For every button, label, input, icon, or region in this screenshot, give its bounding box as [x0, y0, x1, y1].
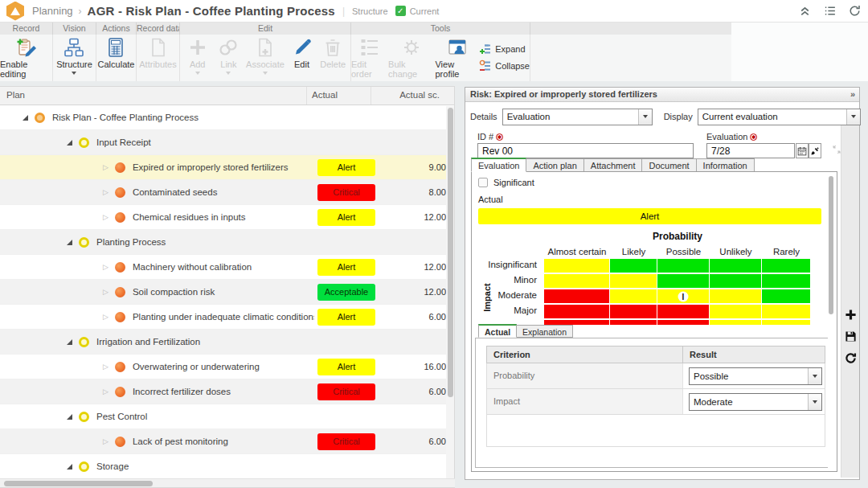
significant-checkbox[interactable] — [478, 178, 488, 187]
status-badge[interactable]: Critical — [317, 433, 375, 450]
tree-row[interactable]: Irrigation and Fertilization — [0, 330, 454, 355]
tree-row[interactable]: ▷Chemical residues in inputsAlert12.00 — [0, 205, 454, 230]
expand-arrow-icon[interactable]: ▷ — [103, 388, 108, 396]
save-icon[interactable] — [845, 330, 857, 342]
structure-button[interactable]: Structure — [56, 37, 92, 75]
status-badge[interactable]: Alert — [317, 359, 375, 375]
edit-button[interactable]: Edit — [289, 37, 316, 69]
calculate-button[interactable]: Calculate — [98, 37, 135, 69]
sub-tab-explanation[interactable]: Explanation — [517, 325, 573, 338]
expand-arrow-icon[interactable]: ▷ — [103, 264, 108, 271]
matrix-cell-green[interactable] — [762, 259, 810, 273]
matrix-cell-green[interactable] — [762, 289, 810, 303]
tree-row[interactable]: Input Receipt — [0, 130, 454, 155]
status-badge[interactable]: Alert — [317, 159, 375, 176]
expand-arrow-icon[interactable]: ▷ — [103, 314, 108, 321]
tree-row[interactable]: ▷Incorrect fertilizer dosesCritical6.00 — [0, 379, 454, 404]
tab-content-scrollbar[interactable] — [828, 174, 834, 470]
matrix-cell-red[interactable] — [544, 305, 609, 318]
status-badge[interactable]: Critical — [317, 383, 375, 400]
breadcrumb-app[interactable]: Planning — [32, 5, 73, 17]
collapse-arrow-icon[interactable] — [67, 240, 72, 245]
collapse-arrow-icon[interactable] — [67, 140, 72, 146]
tab-action-plan[interactable]: Action plan — [526, 158, 583, 172]
matrix-cell-green[interactable] — [657, 259, 709, 273]
expand-arrow-icon[interactable]: ▷ — [103, 289, 108, 296]
matrix-cell-green[interactable] — [762, 274, 810, 288]
matrix-cell-green[interactable] — [710, 259, 761, 273]
sub-tab-actual[interactable]: Actual — [478, 324, 517, 338]
probability-result-select[interactable]: Possible — [689, 367, 822, 385]
matrix-cell-yellow[interactable] — [544, 274, 609, 288]
details-select[interactable]: Evaluation — [502, 109, 653, 125]
status-badge[interactable]: Alert — [317, 209, 375, 226]
id-input[interactable] — [477, 143, 694, 158]
status-badge[interactable]: Critical — [317, 184, 375, 201]
tree-row[interactable]: ▷Expired or improperly stored fertilizer… — [0, 155, 454, 180]
expand-arrow-icon[interactable]: ▷ — [103, 214, 108, 221]
matrix-cell-red[interactable] — [544, 289, 609, 303]
expand-arrow-icon[interactable]: ▷ — [103, 189, 108, 196]
refresh-evaluation-icon[interactable] — [845, 352, 857, 364]
tree-horizontal-scrollbar[interactable] — [0, 478, 455, 487]
tree-row[interactable]: ▷Machinery without calibrationAlert12.00 — [0, 255, 454, 280]
collapse-arrow-icon[interactable] — [67, 464, 72, 470]
menu-list-icon[interactable] — [823, 4, 837, 18]
expand-button[interactable]: Expand — [479, 43, 530, 55]
enable-editing-button[interactable]: Enable editing — [0, 37, 52, 79]
matrix-cell-red[interactable] — [657, 305, 709, 318]
refresh-icon[interactable] — [848, 4, 862, 18]
matrix-cell-red[interactable] — [610, 305, 657, 318]
chevron-down-icon[interactable] — [638, 109, 652, 125]
matrix-cell-yellow[interactable] — [610, 289, 657, 303]
column-header-actual[interactable]: Actual — [306, 87, 371, 105]
add-evaluation-icon[interactable] — [845, 309, 857, 321]
collapse-panel-icon[interactable]: » — [850, 89, 854, 100]
tree-row[interactable]: ▷Overwatering or underwateringAlert16.00 — [0, 355, 454, 379]
app-logo-icon[interactable] — [6, 2, 24, 21]
status-badge[interactable]: Alert — [317, 259, 375, 276]
tree-row[interactable]: ▷Contaminated seedsCritical8.00 — [0, 180, 454, 205]
impact-result-select[interactable]: Moderate — [689, 393, 822, 411]
chevron-down-icon[interactable] — [846, 109, 860, 125]
column-header-actual-score[interactable]: Actual sc. — [371, 87, 446, 105]
collapse-button[interactable]: Collapse — [479, 59, 530, 72]
expand-arrow-icon[interactable]: ▷ — [103, 363, 108, 371]
view-mode-label[interactable]: Structure — [352, 6, 388, 16]
tree-row[interactable]: ▷Soil compaction riskAcceptable12.00 — [0, 280, 454, 305]
collapse-arrow-icon[interactable] — [67, 414, 72, 420]
status-badge[interactable]: Acceptable — [317, 284, 375, 301]
matrix-cell-green[interactable] — [657, 274, 709, 288]
tree-row[interactable]: Risk Plan - Coffee Planting Process — [0, 105, 454, 130]
tree-row[interactable]: Storage — [0, 454, 454, 479]
matrix-cell-green[interactable] — [610, 259, 657, 273]
expand-arrow-icon[interactable]: ▷ — [103, 164, 108, 171]
evaluation-input[interactable] — [706, 143, 795, 158]
tab-information[interactable]: Information — [697, 158, 755, 172]
tree-vertical-scrollbar[interactable] — [446, 106, 454, 480]
matrix-cell-yellow[interactable]: I — [657, 289, 709, 303]
collapse-arrow-icon[interactable] — [67, 339, 72, 345]
matrix-cell-yellow[interactable] — [544, 259, 609, 273]
chevron-down-icon[interactable] — [808, 394, 821, 410]
tree-row[interactable]: Pest Control — [0, 404, 454, 429]
collapse-arrow-icon[interactable] — [23, 115, 28, 121]
tree-row[interactable]: Planting Process — [0, 230, 454, 255]
tab-evaluation[interactable]: Evaluation — [471, 158, 526, 172]
tab-document[interactable]: Document — [642, 158, 696, 172]
view-profile-button[interactable]: View profile — [435, 37, 479, 79]
column-header-plan[interactable]: Plan — [0, 87, 306, 105]
matrix-cell-yellow[interactable] — [710, 289, 761, 303]
matrix-cell-yellow[interactable] — [610, 274, 657, 288]
matrix-cell-yellow[interactable] — [762, 305, 810, 318]
expand-arrow-icon[interactable]: ▷ — [103, 438, 108, 445]
tree-row[interactable]: ▷Lack of pest monitoringCritical6.00 — [0, 429, 454, 454]
display-select[interactable]: Current evaluation — [698, 109, 861, 125]
calendar-icon[interactable] — [796, 143, 809, 158]
brush-icon[interactable] — [809, 143, 821, 158]
collapse-ribbon-icon[interactable] — [798, 4, 812, 18]
matrix-cell-yellow[interactable] — [710, 305, 761, 318]
matrix-cell-green[interactable] — [710, 274, 761, 288]
tab-attachment[interactable]: Attachment — [584, 158, 643, 172]
tree-row[interactable]: ▷Planting under inadequate climatic cond… — [0, 305, 454, 330]
